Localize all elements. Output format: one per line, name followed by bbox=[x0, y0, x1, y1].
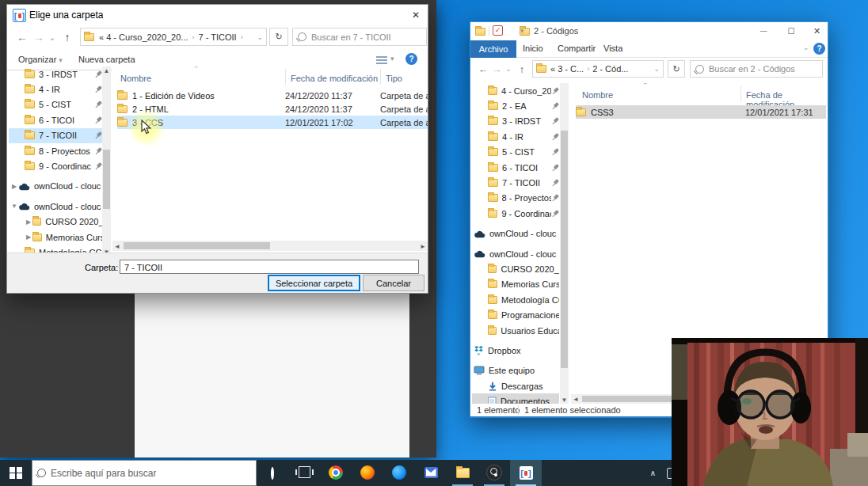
breadcrumb-separator2[interactable]: › bbox=[241, 33, 243, 41]
tree-item[interactable]: 6 - TICOI bbox=[472, 160, 559, 175]
tree-item[interactable]: Este equipo bbox=[472, 363, 559, 378]
scrollbar-thumb[interactable] bbox=[561, 131, 568, 368]
tree-item[interactable]: Metodología CC bbox=[472, 292, 559, 307]
scroll-left-icon[interactable]: ◄ bbox=[573, 395, 579, 404]
forward-icon[interactable]: → bbox=[31, 28, 47, 46]
minimize-icon[interactable]: — bbox=[752, 22, 775, 40]
scrollbar-thumb[interactable] bbox=[103, 150, 110, 209]
tree-item[interactable]: 7 - TICOII bbox=[472, 175, 559, 190]
tree-item[interactable]: Documentos bbox=[472, 393, 559, 404]
view-mode-icon[interactable] bbox=[376, 56, 387, 64]
ribbon-expand-icon[interactable]: ⌄ bbox=[803, 44, 809, 51]
column-header-name[interactable]: Nombre bbox=[582, 90, 613, 100]
quick-access-dropdown-icon[interactable]: ▾ bbox=[520, 27, 524, 35]
cancel-button[interactable]: Cancelar bbox=[363, 275, 424, 291]
close-icon[interactable]: ✕ bbox=[806, 22, 828, 40]
file-explorer-button[interactable] bbox=[447, 460, 478, 486]
tree-item[interactable]: 7 - TICOII bbox=[9, 128, 102, 143]
file-row[interactable]: CSS312/01/2021 17:31 bbox=[576, 105, 826, 119]
back-icon[interactable]: ← bbox=[475, 60, 491, 78]
dialog-title-bar[interactable]: [] Elige una carpeta ✕ bbox=[7, 5, 428, 25]
tree-item[interactable]: Descargas bbox=[472, 378, 559, 393]
recent-locations-icon[interactable]: ⌄ bbox=[504, 60, 513, 78]
expand-icon[interactable]: ▶ bbox=[10, 183, 18, 190]
new-folder-button[interactable]: Nueva carpeta bbox=[78, 55, 135, 64]
tree-item[interactable]: 4 - IR bbox=[472, 129, 559, 144]
checkmark-icon[interactable]: ✓ bbox=[493, 25, 503, 36]
tree-item[interactable]: 9 - Coordinac bbox=[472, 206, 559, 221]
tray-chevron-icon[interactable]: ∧ bbox=[650, 469, 656, 477]
file-row[interactable]: 1 - Edición de Videos24/12/2020 11:37Car… bbox=[117, 89, 428, 102]
tab-compartir[interactable]: Compartir bbox=[558, 44, 596, 53]
tree-item[interactable]: 5 - CIST bbox=[472, 145, 559, 160]
tree-item[interactable]: 4 - Curso_202 bbox=[472, 83, 559, 98]
collapse-icon[interactable]: ▼ bbox=[10, 203, 18, 210]
breadcrumb-separator[interactable]: › bbox=[587, 65, 589, 73]
tree-item[interactable]: 6 - TICOI bbox=[9, 112, 102, 127]
tree-item[interactable]: CURSO 2020_21 bbox=[472, 261, 559, 276]
tree-item[interactable]: 4 - IR bbox=[9, 82, 102, 97]
tree-item[interactable]: ▶CURSO 2020_21 bbox=[9, 215, 102, 230]
select-folder-button[interactable]: Seleccionar carpeta bbox=[268, 275, 360, 291]
screen-capture-button[interactable]: [] bbox=[510, 460, 542, 486]
scrollbar-thumb[interactable] bbox=[124, 242, 270, 249]
tree-item[interactable]: 8 - Proyectos bbox=[472, 191, 559, 206]
forward-icon[interactable]: → bbox=[489, 60, 504, 78]
scroll-up-icon[interactable]: ▲ bbox=[102, 66, 111, 75]
tree-item[interactable]: Usuarios EducaM bbox=[472, 323, 559, 338]
tree-item[interactable]: ▶ownCloud - clouc bbox=[9, 179, 102, 194]
dialog-sidebar-scrollbar[interactable]: ▲ ▼ bbox=[102, 66, 111, 256]
column-header-type[interactable]: Tipo bbox=[386, 74, 402, 83]
tree-item[interactable]: ownCloud - clouc bbox=[472, 246, 559, 261]
tree-item[interactable]: 5 - CIST bbox=[9, 97, 102, 112]
tree-item[interactable]: 2 - EA bbox=[472, 98, 559, 113]
scroll-left-icon[interactable]: ◄ bbox=[114, 242, 120, 251]
scroll-right-icon[interactable]: ► bbox=[420, 242, 426, 251]
obs-button[interactable] bbox=[478, 460, 510, 486]
breadcrumb-parent[interactable]: « 4 - Curso_2020_20... bbox=[99, 32, 188, 42]
dialog-search-box[interactable]: Buscar en 7 - TICOII bbox=[292, 28, 427, 46]
address-dropdown-icon[interactable]: ⌄ bbox=[257, 33, 263, 41]
tree-item[interactable]: Memorias Curso bbox=[472, 277, 559, 292]
taskbar-search-box[interactable]: Escribe aquí para buscar bbox=[32, 460, 257, 486]
cortana-button[interactable] bbox=[257, 460, 288, 486]
file-row[interactable]: 2 - HTML24/12/2020 11:37Carpeta de archi bbox=[117, 102, 428, 116]
tree-item[interactable]: 3 - IRDST bbox=[9, 66, 102, 82]
tab-vista[interactable]: Vista bbox=[603, 44, 622, 53]
maximize-icon[interactable]: ☐ bbox=[779, 22, 803, 40]
explorer-title-bar[interactable]: ✓ ▾ 2 - Códigos — ☐ ✕ bbox=[470, 22, 828, 40]
breadcrumb-current[interactable]: 2 - Cód... bbox=[592, 64, 628, 74]
refresh-button[interactable]: ↻ bbox=[269, 28, 288, 46]
chrome-button[interactable] bbox=[320, 460, 352, 486]
view-mode-dropdown-icon[interactable]: ▾ bbox=[390, 55, 394, 63]
up-icon[interactable]: ↑ bbox=[59, 28, 75, 46]
help-icon[interactable]: ? bbox=[813, 43, 825, 55]
up-icon[interactable]: ↑ bbox=[515, 60, 529, 78]
organize-button[interactable]: Organizar ▾ bbox=[18, 55, 63, 64]
tab-archivo[interactable]: Archivo bbox=[470, 40, 516, 58]
column-divider[interactable] bbox=[740, 85, 741, 101]
tree-item[interactable]: Dropbox bbox=[472, 343, 559, 358]
folder-name-input[interactable]: 7 - TICOII bbox=[120, 260, 419, 274]
help-icon[interactable]: ? bbox=[405, 53, 417, 65]
expand-icon[interactable]: ▶ bbox=[25, 218, 32, 226]
column-divider[interactable] bbox=[380, 69, 381, 85]
address-dropdown-icon[interactable]: ⌄ bbox=[653, 65, 660, 73]
tree-item[interactable]: 8 - Proyectos bbox=[9, 143, 102, 158]
tree-item[interactable]: ▶Memorias Curso bbox=[9, 230, 102, 245]
breadcrumb-current[interactable]: 7 - TICOII bbox=[199, 32, 237, 42]
tree-item[interactable]: 3 - IRDST bbox=[472, 114, 559, 129]
recent-locations-icon[interactable]: ⌄ bbox=[47, 28, 58, 46]
close-icon[interactable]: ✕ bbox=[407, 7, 424, 23]
tab-inicio[interactable]: Inicio bbox=[523, 44, 543, 53]
tree-item[interactable]: ▼ownCloud - clouc bbox=[9, 199, 102, 214]
tree-item[interactable]: ownCloud - clouc bbox=[472, 226, 559, 241]
explorer-search-box[interactable]: Buscar en 2 - Códigos bbox=[690, 60, 823, 78]
expand-icon[interactable]: ▶ bbox=[25, 234, 32, 241]
firefox-beta-button[interactable] bbox=[383, 460, 415, 486]
column-header-date[interactable]: Fecha de modificación bbox=[291, 74, 378, 83]
explorer-sidebar-scrollbar[interactable]: ▼ bbox=[560, 83, 569, 404]
tree-item[interactable]: 9 - Coordinac bbox=[9, 158, 102, 173]
address-bar[interactable]: « 4 - Curso_2020_20... › 7 - TICOII › ⌄ bbox=[80, 28, 267, 46]
address-bar[interactable]: « 3 - C... › 2 - Cód... ⌄ bbox=[532, 60, 664, 78]
